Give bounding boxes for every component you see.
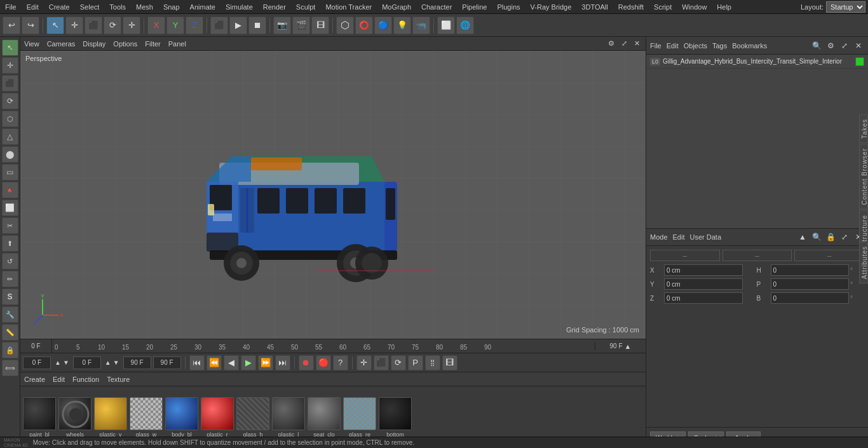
pb-camera-view[interactable]: 🎞 xyxy=(442,355,458,370)
attr-arrow-icon[interactable]: ▲ xyxy=(797,231,808,243)
tool-box-select[interactable]: ⬛ xyxy=(2,75,18,92)
mat-menu-create[interactable]: Create xyxy=(24,376,45,383)
menu-3dtoall[interactable]: 3DTOAll xyxy=(576,2,613,12)
material-item-plastic-y[interactable]: plastic_y xyxy=(94,397,127,438)
camera-button[interactable]: 📷 xyxy=(273,17,291,34)
tool-mirror[interactable]: ⟺ xyxy=(2,360,18,376)
obj-search-icon[interactable]: 🔍 xyxy=(811,40,822,51)
pb-goto-start[interactable]: ⏮ xyxy=(189,355,205,370)
menu-tools[interactable]: Tools xyxy=(104,2,131,12)
sphere-button[interactable]: ⭕ xyxy=(355,17,373,34)
menu-snap[interactable]: Snap xyxy=(158,2,185,12)
3d-viewport[interactable]: Perspective Grid Spacing : 1000 cm Y X Z xyxy=(20,51,646,339)
pb-preset[interactable]: P xyxy=(408,355,423,370)
obj-menu-tags[interactable]: Tags xyxy=(712,42,727,50)
attr-y-field[interactable]: 0 cm xyxy=(664,278,743,290)
play-button[interactable]: ▶ xyxy=(229,17,247,34)
pb-start-up[interactable]: ▲ xyxy=(54,359,62,366)
transform-button[interactable]: ✛ xyxy=(123,17,140,34)
vp-menu-view[interactable]: View xyxy=(24,40,39,48)
menu-create[interactable]: Create xyxy=(44,2,75,12)
attr-b-field[interactable]: 0 xyxy=(771,292,850,304)
stop-button[interactable]: ⏹ xyxy=(248,17,266,34)
pb-record[interactable]: ⏺ xyxy=(299,355,314,370)
material-item-body-bl[interactable]: body_bl xyxy=(165,397,198,438)
table-row[interactable]: L0 Gillig_Advantage_Hybrid_Bus_Intercity… xyxy=(646,55,868,69)
vp-menu-filter[interactable]: Filter xyxy=(145,40,160,48)
menu-sculpt[interactable]: Sculpt xyxy=(291,2,321,12)
layout-selector[interactable]: Layout: Startup xyxy=(801,1,868,13)
obj-menu-bookmarks[interactable]: Bookmarks xyxy=(732,42,767,50)
layout-dropdown[interactable]: Startup xyxy=(826,1,865,13)
attr-menu-edit[interactable]: Edit xyxy=(673,233,685,241)
mat-menu-edit[interactable]: Edit xyxy=(53,376,65,383)
undo-button[interactable]: ↩ xyxy=(3,17,20,34)
material-item-wheels[interactable]: wheels xyxy=(58,397,92,438)
menu-pipeline[interactable]: Pipeline xyxy=(457,2,492,12)
x-axis-button[interactable]: X xyxy=(147,17,165,34)
render-button[interactable]: 🎬 xyxy=(292,17,310,34)
z-axis-button[interactable]: Z xyxy=(186,17,203,34)
pb-step-fwd[interactable]: ⏩ xyxy=(258,355,273,370)
object-mode-button[interactable]: ⬛ xyxy=(210,17,228,34)
rotate-button[interactable]: ⟳ xyxy=(104,17,121,34)
tool-knife[interactable]: ✂ xyxy=(2,217,18,234)
tab-content-browser[interactable]: Content Browser xyxy=(859,144,868,209)
attr-z-field[interactable]: 0 cm xyxy=(664,292,743,304)
timeline-settings-button[interactable]: ▲ xyxy=(625,343,632,350)
pb-move-tool[interactable]: ✛ xyxy=(356,355,372,370)
menu-animate[interactable]: Animate xyxy=(185,2,220,12)
y-axis-button[interactable]: Y xyxy=(166,17,184,34)
tool-move[interactable]: ✛ xyxy=(2,57,18,74)
select-move-button[interactable]: ↖ xyxy=(46,17,64,34)
pb-current-down[interactable]: ▼ xyxy=(112,359,120,366)
tool-extrude[interactable]: ⬆ xyxy=(2,235,18,252)
light-button[interactable]: 💡 xyxy=(393,17,411,34)
menu-character[interactable]: Character xyxy=(416,2,457,12)
material-item-bottom[interactable]: bottom xyxy=(379,397,412,438)
material-item-glass-w[interactable]: glass_w xyxy=(130,397,163,438)
pb-grid[interactable]: ⣿ xyxy=(425,355,440,370)
menu-motion-tracker[interactable]: Motion Tracker xyxy=(320,2,377,12)
obj-menu-file[interactable]: File xyxy=(650,42,661,50)
move-button[interactable]: ✛ xyxy=(65,17,83,34)
attr-x-field[interactable]: 0 cm xyxy=(664,264,743,276)
menu-plugins[interactable]: Plugins xyxy=(492,2,525,12)
attr-menu-mode[interactable]: Mode xyxy=(650,233,668,241)
attr-lock-icon[interactable]: 🔒 xyxy=(825,231,836,243)
pb-scale-tool[interactable]: ⬛ xyxy=(374,355,389,370)
tool-measure[interactable]: 📏 xyxy=(2,324,18,341)
tool-s[interactable]: S xyxy=(2,288,18,305)
pb-play-back[interactable]: ◀ xyxy=(224,355,239,370)
attr-h-field[interactable]: 0 xyxy=(771,264,850,276)
tool-select[interactable]: ↖ xyxy=(2,39,18,56)
tool-rotate[interactable]: ⟳ xyxy=(2,93,18,109)
pb-play[interactable]: ▶ xyxy=(241,355,256,370)
mat-menu-texture[interactable]: Texture xyxy=(107,376,130,383)
obj-menu-edit[interactable]: Edit xyxy=(667,42,679,50)
cube-button[interactable]: ⬡ xyxy=(336,17,354,34)
attr-p-field[interactable]: 0 xyxy=(771,278,850,290)
vp-ctrl-close[interactable]: ✕ xyxy=(632,39,642,49)
menu-mograph[interactable]: MoGraph xyxy=(377,2,416,12)
material-item-glass-re[interactable]: glass_re xyxy=(343,397,376,438)
tool-loop[interactable]: ↺ xyxy=(2,253,18,269)
tool-circle[interactable]: ⬤ xyxy=(2,146,18,163)
material-item-plastic-l[interactable]: plastic_l xyxy=(272,397,305,438)
material-item-plastic-r[interactable]: plastic_r xyxy=(201,397,234,438)
tab-attributes[interactable]: Attributes xyxy=(859,241,868,283)
menu-select[interactable]: Select xyxy=(75,2,105,12)
tool-poly[interactable]: ⬡ xyxy=(2,111,18,127)
pb-start-down[interactable]: ▼ xyxy=(62,359,70,366)
cylinder-button[interactable]: 🔵 xyxy=(374,17,392,34)
pb-step-back[interactable]: ⏪ xyxy=(207,355,222,370)
attr-search-icon[interactable]: 🔍 xyxy=(811,231,822,243)
vp-menu-display[interactable]: Display xyxy=(83,40,105,48)
render-region-button[interactable]: 🎞 xyxy=(311,17,329,34)
timeline-ruler[interactable]: 0 5 10 15 20 25 30 35 40 45 50 55 60 65 … xyxy=(52,339,595,353)
pb-help[interactable]: ? xyxy=(333,355,348,370)
tool-rect[interactable]: ▭ xyxy=(2,164,18,180)
menu-simulate[interactable]: Simulate xyxy=(220,2,258,12)
vp-menu-panel[interactable]: Panel xyxy=(168,40,186,48)
tool-spline[interactable]: △ xyxy=(2,128,18,145)
